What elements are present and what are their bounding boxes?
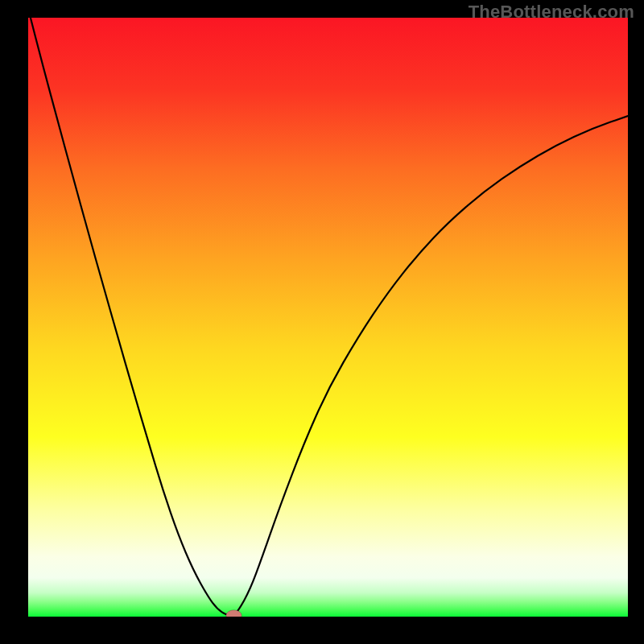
chart-frame: TheBottleneck.com (0, 0, 644, 644)
gradient-background (28, 18, 628, 617)
chart-svg (28, 18, 628, 617)
plot-area (28, 18, 628, 617)
watermark-text: TheBottleneck.com (469, 2, 634, 23)
